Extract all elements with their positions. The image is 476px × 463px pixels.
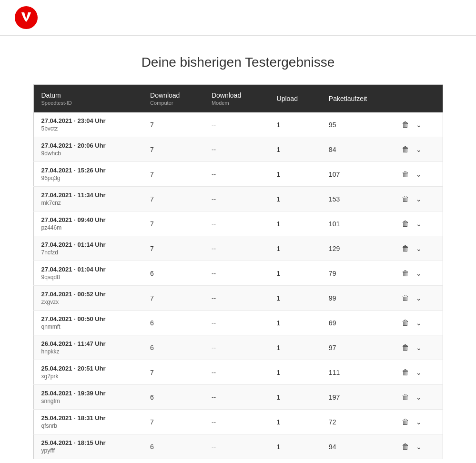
dl-modem-cell: -- — [204, 360, 269, 385]
delete-icon[interactable]: 🗑 — [402, 121, 409, 129]
paket-cell: 99 — [321, 286, 394, 311]
expand-icon[interactable]: ⌄ — [416, 319, 422, 327]
vodafone-logo — [14, 6, 38, 30]
delete-icon[interactable]: 🗑 — [402, 418, 409, 426]
table-row: 27.04.2021 · 23:04 Uhr 5bvctz 7 -- 1 95 … — [33, 112, 443, 137]
upload-cell: 1 — [269, 410, 321, 434]
date-id: snngfm — [41, 398, 135, 404]
date-id: mk7cnz — [41, 200, 135, 206]
delete-icon[interactable]: 🗑 — [402, 170, 409, 179]
delete-icon[interactable]: 🗑 — [402, 220, 409, 228]
paket-cell: 97 — [321, 335, 394, 360]
delete-icon[interactable]: 🗑 — [402, 269, 409, 278]
table-row: 27.04.2021 · 00:52 Uhr zxgvzx 7 -- 1 99 … — [33, 286, 443, 311]
expand-icon[interactable]: ⌄ — [416, 393, 422, 401]
paket-cell: 95 — [321, 112, 394, 137]
paket-cell: 84 — [321, 137, 394, 162]
header — [0, 0, 476, 36]
date-cell: 27.04.2021 · 20:06 Uhr 9dwhcb — [33, 137, 142, 162]
dl-computer-cell: 6 — [142, 434, 204, 459]
expand-icon[interactable]: ⌄ — [416, 294, 422, 302]
date-main: 27.04.2021 · 00:52 Uhr — [41, 291, 135, 298]
date-id: 5bvctz — [41, 125, 135, 132]
upload-cell: 1 — [269, 187, 321, 211]
date-main: 27.04.2021 · 01:04 Uhr — [41, 266, 135, 273]
expand-icon[interactable]: ⌄ — [416, 344, 422, 352]
expand-icon[interactable]: ⌄ — [416, 443, 422, 451]
col-download-computer: Download Computer — [142, 85, 204, 113]
col-actions — [394, 85, 443, 113]
table-row: 27.04.2021 · 20:06 Uhr 9dwhcb 7 -- 1 84 … — [33, 137, 443, 162]
paket-cell: 79 — [321, 261, 394, 286]
paket-cell: 129 — [321, 236, 394, 261]
date-main: 27.04.2021 · 09:40 Uhr — [41, 216, 135, 223]
dl-modem-cell: -- — [204, 335, 269, 360]
actions-cell: 🗑 ⌄ — [394, 360, 443, 385]
date-cell: 27.04.2021 · 23:04 Uhr 5bvctz — [33, 112, 142, 137]
expand-icon[interactable]: ⌄ — [416, 270, 422, 277]
actions-container: 🗑 ⌄ — [402, 393, 435, 402]
table-row: 27.04.2021 · 11:34 Uhr mk7cnz 7 -- 1 153… — [33, 187, 443, 211]
dl-modem-cell: -- — [204, 162, 269, 187]
expand-icon[interactable]: ⌄ — [416, 121, 422, 129]
expand-icon[interactable]: ⌄ — [416, 171, 422, 178]
delete-icon[interactable]: 🗑 — [402, 343, 409, 352]
delete-icon[interactable]: 🗑 — [402, 319, 409, 327]
expand-icon[interactable]: ⌄ — [416, 418, 422, 426]
date-id: qfsnrb — [41, 423, 135, 429]
actions-container: 🗑 ⌄ — [402, 319, 435, 327]
actions-container: 🗑 ⌄ — [402, 294, 435, 302]
dl-computer-cell: 7 — [142, 360, 204, 385]
paket-cell: 197 — [321, 385, 394, 410]
expand-icon[interactable]: ⌄ — [416, 146, 422, 153]
date-id: xg7prk — [41, 373, 135, 380]
date-id: 9qsqd8 — [41, 274, 135, 281]
dl-computer-cell: 7 — [142, 286, 204, 311]
actions-container: 🗑 ⌄ — [402, 343, 435, 352]
date-id: pz446m — [41, 224, 135, 231]
date-main: 27.04.2021 · 00:50 Uhr — [41, 315, 135, 322]
delete-icon[interactable]: 🗑 — [402, 368, 409, 377]
date-cell: 27.04.2021 · 01:14 Uhr 7ncfzd — [33, 236, 142, 261]
actions-container: 🗑 ⌄ — [402, 244, 435, 253]
date-main: 27.04.2021 · 20:06 Uhr — [41, 142, 135, 149]
delete-icon[interactable]: 🗑 — [402, 195, 409, 203]
paket-cell: 72 — [321, 410, 394, 434]
table-body: 27.04.2021 · 23:04 Uhr 5bvctz 7 -- 1 95 … — [33, 112, 443, 459]
date-cell: 27.04.2021 · 00:52 Uhr zxgvzx — [33, 286, 142, 311]
expand-icon[interactable]: ⌄ — [416, 369, 422, 376]
expand-icon[interactable]: ⌄ — [416, 245, 422, 252]
paket-cell: 107 — [321, 162, 394, 187]
actions-cell: 🗑 ⌄ — [394, 112, 443, 137]
actions-cell: 🗑 ⌄ — [394, 236, 443, 261]
delete-icon[interactable]: 🗑 — [402, 145, 409, 154]
date-id: 96pq3g — [41, 175, 135, 181]
date-main: 26.04.2021 · 11:47 Uhr — [41, 340, 135, 347]
date-main: 25.04.2021 · 18:15 Uhr — [41, 439, 135, 446]
upload-cell: 1 — [269, 112, 321, 137]
dl-computer-cell: 6 — [142, 261, 204, 286]
page-title: Deine bisherigen Testergebnisse — [33, 55, 443, 70]
table-row: 26.04.2021 · 11:47 Uhr hnpkkz 6 -- 1 97 … — [33, 335, 443, 360]
expand-icon[interactable]: ⌄ — [416, 195, 422, 203]
actions-container: 🗑 ⌄ — [402, 269, 435, 278]
delete-icon[interactable]: 🗑 — [402, 393, 409, 402]
delete-icon[interactable]: 🗑 — [402, 244, 409, 253]
dl-modem-cell: -- — [204, 137, 269, 162]
dl-modem-cell: -- — [204, 410, 269, 434]
upload-cell: 1 — [269, 211, 321, 236]
delete-icon[interactable]: 🗑 — [402, 443, 409, 451]
col-download-modem: Download Modem — [204, 85, 269, 113]
date-main: 27.04.2021 · 01:14 Uhr — [41, 241, 135, 248]
date-main: 27.04.2021 · 23:04 Uhr — [41, 117, 135, 124]
expand-icon[interactable]: ⌄ — [416, 220, 422, 228]
dl-computer-cell: 7 — [142, 112, 204, 137]
actions-cell: 🗑 ⌄ — [394, 211, 443, 236]
delete-icon[interactable]: 🗑 — [402, 294, 409, 302]
table-header: Datum Speedtest-ID Download Computer Dow… — [33, 85, 443, 113]
dl-computer-cell: 6 — [142, 335, 204, 360]
date-main: 25.04.2021 · 19:39 Uhr — [41, 390, 135, 397]
dl-modem-cell: -- — [204, 236, 269, 261]
upload-cell: 1 — [269, 335, 321, 360]
actions-container: 🗑 ⌄ — [402, 170, 435, 179]
